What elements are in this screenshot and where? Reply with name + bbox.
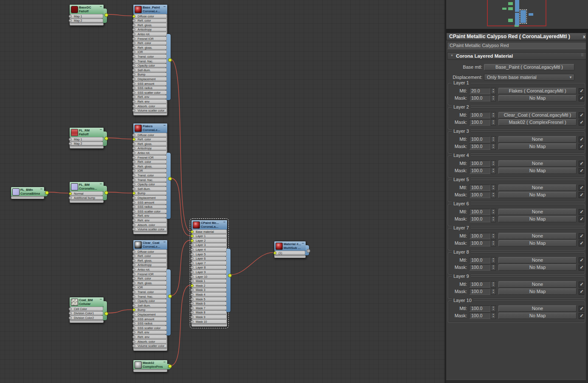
input-socket[interactable] — [69, 312, 72, 315]
minimize-icon[interactable]: – — [100, 127, 102, 131]
slot-sss-scatter-color[interactable]: SSS scatter color — [134, 209, 167, 213]
slot-ior[interactable]: IOR — [134, 169, 167, 173]
input-socket[interactable] — [132, 299, 135, 302]
mtl-amount-field[interactable]: 100.0 — [469, 185, 490, 191]
slot-mask-8[interactable]: Mask 8 — [192, 310, 227, 315]
slot-displacement[interactable]: Displacement — [134, 77, 167, 81]
input-socket[interactable] — [132, 259, 135, 262]
mtl-amount-field[interactable]: 100.0 — [469, 209, 490, 215]
input-socket[interactable] — [132, 28, 135, 31]
spinner-updown-icon[interactable]: ▲▼ — [491, 88, 496, 94]
mask-enable-checkbox[interactable]: ✓ — [579, 313, 585, 319]
mtl-slot-button[interactable]: Flakes ( CoronaLegacyMtl ) — [498, 88, 577, 94]
slot-layer-9[interactable]: Layer 9 — [192, 270, 227, 274]
slot-transl-color[interactable]: Transl. color — [134, 290, 167, 294]
output-socket[interactable] — [307, 249, 310, 253]
node-header[interactable]: Mask02ComplexFres...– — [133, 360, 167, 370]
input-socket[interactable] — [132, 192, 135, 195]
output-socket[interactable] — [168, 58, 172, 62]
mask-enable-checkbox[interactable]: ✓ — [579, 144, 585, 150]
mask-enable-checkbox[interactable]: ✓ — [579, 192, 585, 198]
mask-amount-field[interactable]: 100.0 — [469, 216, 490, 222]
spinner-updown-icon[interactable]: ▲▼ — [491, 313, 496, 319]
slot-sss-radius[interactable]: SSS radius — [134, 321, 167, 326]
slot-volume-scatter-color[interactable]: Volume scatter color — [134, 227, 167, 232]
base-mtl-button[interactable]: Base_Paint ( CoronaLegacyMtl ) — [484, 64, 574, 70]
navigator-panel[interactable] — [446, 0, 588, 29]
mtl-enable-checkbox[interactable]: ✓ — [579, 257, 585, 263]
minimize-icon[interactable]: – — [302, 241, 304, 245]
input-socket[interactable] — [132, 78, 135, 81]
input-socket[interactable] — [132, 64, 135, 67]
spinner-updown-icon[interactable]: ▲▼ — [491, 192, 496, 198]
slot-absorb-color[interactable]: Absorb. color — [134, 223, 167, 227]
spinner-updown-icon[interactable]: ▲▼ — [491, 143, 496, 150]
mask-amount-field[interactable]: 100.0 — [469, 119, 490, 126]
mask-slot-button[interactable]: No Map — [498, 216, 577, 222]
mtl-slot-button[interactable]: None — [498, 160, 577, 167]
input-socket[interactable] — [132, 273, 135, 276]
input-socket[interactable] — [191, 316, 194, 319]
input-socket[interactable] — [132, 138, 135, 141]
input-socket[interactable] — [191, 320, 194, 323]
mask-enable-checkbox[interactable]: ✓ — [579, 168, 585, 174]
connection-wire[interactable] — [171, 178, 190, 236]
connection-wire[interactable] — [107, 138, 132, 139]
node-FL_RM[interactable]: FL_RMFalloff–Map 1Map 2 — [69, 127, 104, 149]
input-socket[interactable] — [132, 201, 135, 204]
minimize-icon[interactable]: – — [163, 4, 166, 8]
slot-mask-10[interactable]: Mask 10 — [192, 319, 227, 324]
mtl-enable-checkbox[interactable]: ✓ — [579, 185, 585, 191]
slot-sss-scatter-color[interactable]: SSS scatter color — [134, 90, 167, 95]
input-socket[interactable] — [132, 37, 135, 40]
input-socket[interactable] — [132, 24, 135, 27]
spinner-updown-icon[interactable]: ▲▼ — [491, 240, 496, 246]
input-socket[interactable] — [132, 55, 135, 58]
slot-transl-color[interactable]: Transl. color — [134, 173, 167, 177]
input-socket[interactable] — [69, 316, 72, 319]
input-socket[interactable] — [132, 282, 135, 285]
input-socket[interactable] — [132, 95, 135, 98]
spinner-updown-icon[interactable]: ▲▼ — [491, 95, 496, 101]
slot-division-color1[interactable]: Division Color1 — [70, 311, 103, 316]
slot-map-1[interactable]: Map 1 — [70, 14, 103, 18]
spinner-updown-icon[interactable]: ▲▼ — [491, 305, 496, 312]
input-socket[interactable] — [191, 253, 194, 256]
slot-self-illum-[interactable]: Self-illum. — [134, 68, 167, 72]
slot-layer-7[interactable]: Layer 7 — [192, 261, 227, 265]
slot-layer-8[interactable]: Layer 8 — [192, 266, 227, 270]
slot-aniso-rot-[interactable]: Aniso rot. — [134, 32, 167, 36]
spinner-updown-icon[interactable]: ▲▼ — [491, 233, 496, 239]
slot-refl-env[interactable]: Refl. env — [134, 330, 167, 335]
mask-slot-button[interactable]: Mask02 ( ComplexFresnel ) — [498, 119, 577, 126]
node-CPaint[interactable]: CPaint Me...CoronaLa...–Base materialLay… — [191, 220, 228, 327]
mtl-amount-field[interactable]: 100.0 — [469, 305, 490, 312]
slot-sss-amount[interactable]: SSS amount — [134, 200, 167, 204]
mtl-amount-field[interactable]: 100.0 — [469, 257, 490, 263]
input-socket[interactable] — [132, 286, 135, 289]
input-socket[interactable] — [191, 262, 194, 265]
input-socket[interactable] — [132, 224, 135, 226]
slot-self-illum-[interactable]: Self-illum. — [134, 303, 167, 308]
mtl-enable-checkbox[interactable]: ✓ — [579, 282, 585, 288]
input-socket[interactable] — [132, 169, 135, 172]
input-socket[interactable] — [132, 15, 135, 18]
spinner-updown-icon[interactable]: ▲▼ — [491, 281, 496, 288]
input-socket[interactable] — [191, 307, 194, 310]
output-socket[interactable] — [168, 294, 172, 298]
spinner-updown-icon[interactable]: ▲▼ — [491, 264, 496, 271]
slot-layer-3[interactable]: Layer 3 — [192, 243, 227, 247]
node-header[interactable]: Material #...MultiSub ...– — [274, 241, 306, 251]
input-socket[interactable] — [132, 268, 135, 271]
input-socket[interactable] — [69, 308, 72, 310]
input-socket[interactable] — [132, 183, 135, 186]
input-socket[interactable] — [132, 254, 135, 257]
mtl-enable-checkbox[interactable]: ✓ — [579, 306, 585, 312]
node-header[interactable]: FL_BMCoronaNo...– — [70, 182, 104, 192]
input-socket[interactable] — [132, 60, 135, 63]
node-header[interactable]: FL_RMFalloff– — [70, 128, 104, 137]
input-socket[interactable] — [191, 257, 194, 260]
slot-transl-color[interactable]: Transl. color — [134, 54, 167, 59]
node-Material[interactable]: Material #...MultiSub ...–(1) — [274, 241, 306, 258]
slot-mask-1[interactable]: Mask 1 — [192, 279, 227, 283]
